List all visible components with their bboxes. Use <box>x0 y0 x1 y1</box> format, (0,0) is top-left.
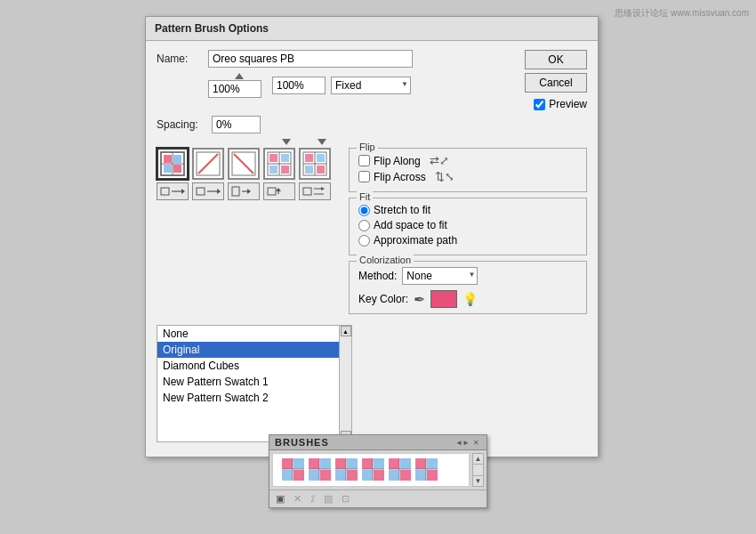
tile-icon-5[interactable] <box>299 148 331 180</box>
svg-rect-36 <box>232 187 239 196</box>
tile-sub-3[interactable] <box>228 182 260 200</box>
name-label: Name: <box>157 53 208 65</box>
svg-rect-80 <box>427 470 438 481</box>
arrow-down-1 <box>282 139 291 145</box>
svg-rect-61 <box>335 470 346 481</box>
list-item-none[interactable]: None <box>157 326 339 342</box>
tile-icon-1[interactable] <box>157 148 189 180</box>
svg-rect-30 <box>161 188 169 195</box>
list-item-swatch1[interactable]: New Pattern Swatch 1 <box>157 374 339 390</box>
spacing-input[interactable] <box>212 116 261 134</box>
svg-rect-77 <box>415 458 426 469</box>
add-space-label: Add space to fit <box>374 219 447 231</box>
name-input[interactable] <box>208 50 413 68</box>
tile-sub-1[interactable] <box>157 182 189 200</box>
flip-across-label: Flip Across <box>374 171 426 183</box>
svg-rect-33 <box>197 188 205 195</box>
list-item-swatch2[interactable]: New Pattern Swatch 2 <box>157 390 339 406</box>
brushes-scroll-down[interactable]: ▼ <box>473 475 483 486</box>
fit-approx-radio[interactable] <box>358 235 370 247</box>
method-row: Method: None Tints Tints and Shades Hue … <box>358 267 577 285</box>
brushes-close-btn[interactable]: ✕ <box>470 437 481 448</box>
svg-marker-41 <box>276 188 281 191</box>
svg-rect-66 <box>374 458 384 469</box>
eyedropper-icon[interactable]: ✒ <box>414 291 425 308</box>
list-scrollbar[interactable]: ▲ ▼ <box>339 326 351 441</box>
svg-rect-79 <box>415 470 426 481</box>
method-label: Method: <box>358 270 397 282</box>
fit-stretch-radio[interactable] <box>358 205 370 216</box>
flip-across-row: Flip Across ⇅⤡ <box>358 170 577 183</box>
brushes-scroll-up[interactable]: ▲ <box>473 454 483 465</box>
tile-sub-4[interactable] <box>263 182 295 200</box>
tile-icon-4[interactable] <box>263 148 295 180</box>
ok-button[interactable]: OK <box>525 50 587 69</box>
flip-group: Flip Flip Along ⇄⤢ Flip Across ⇅⤡ <box>349 148 587 192</box>
scale-input-2[interactable] <box>272 77 326 94</box>
fit-group: Fit Stretch to fit Add space to fit Appr… <box>349 198 587 255</box>
arrow-down-2 <box>318 139 326 145</box>
brushes-panel: BRUSHES ◄► ✕ <box>269 434 487 508</box>
cancel-button[interactable]: Cancel <box>525 73 587 93</box>
new-brush-from-selection-btn[interactable]: ▣ <box>273 492 287 506</box>
svg-marker-45 <box>321 187 325 190</box>
list-item-original[interactable]: Original <box>157 342 339 358</box>
svg-rect-47 <box>282 458 293 469</box>
scale-mode-dropdown[interactable]: Fixed Uniform <box>331 77 411 94</box>
scale-up-arrow <box>235 73 244 79</box>
remove-from-strokes-btn[interactable]: ⊡ <box>339 492 352 506</box>
svg-rect-73 <box>389 470 399 481</box>
svg-rect-1 <box>164 155 172 163</box>
svg-rect-60 <box>347 458 358 469</box>
svg-rect-2 <box>173 155 181 163</box>
flip-across-checkbox[interactable] <box>358 171 370 182</box>
preview-label: Preview <box>549 98 587 110</box>
svg-rect-71 <box>389 458 399 469</box>
brushes-preview-svg <box>277 455 464 485</box>
brushes-toolbar: ▣ ✕ ⁒ ▤ ⊡ <box>269 490 487 507</box>
tile-icon-3[interactable] <box>228 148 260 180</box>
svg-marker-32 <box>181 189 185 194</box>
svg-rect-74 <box>400 470 411 481</box>
delete-brush-btn[interactable]: ✕ <box>291 492 304 506</box>
scale-input-1[interactable] <box>208 80 261 98</box>
flip-across-icon: ⇅⤡ <box>435 170 454 183</box>
spacing-row: Spacing: <box>157 116 587 134</box>
flip-title: Flip <box>357 142 378 152</box>
svg-rect-68 <box>374 470 384 481</box>
brushes-title: BRUSHES <box>275 437 329 448</box>
preview-checkbox[interactable] <box>534 99 545 110</box>
lightbulb-icon: 💡 <box>462 292 478 306</box>
svg-rect-17 <box>269 166 277 174</box>
svg-rect-78 <box>427 458 438 469</box>
svg-rect-23 <box>305 154 313 162</box>
svg-rect-18 <box>281 166 289 174</box>
tile-sub-5[interactable] <box>299 182 331 200</box>
key-color-label: Key Color: <box>358 293 408 305</box>
dialog-body: Name: Fixed <box>146 41 598 457</box>
tile-icon-2[interactable] <box>192 148 224 180</box>
tile-sub-icons-row <box>157 182 331 200</box>
brushes-scrollbar[interactable]: ▲ ▼ <box>472 453 484 487</box>
method-dropdown[interactable]: None Tints Tints and Shades Hue Shift <box>402 267 478 285</box>
apply-to-strokes-btn[interactable]: ▤ <box>321 492 335 506</box>
spacing-label: Spacing: <box>157 118 208 131</box>
flip-along-checkbox[interactable] <box>358 155 370 166</box>
name-row: Name: <box>157 50 518 68</box>
svg-rect-59 <box>335 458 346 469</box>
brushes-controls: ◄► ✕ <box>457 437 481 448</box>
dialog-title: Pattern Brush Options <box>155 22 269 35</box>
tile-sub-2[interactable] <box>192 182 224 200</box>
svg-marker-38 <box>247 189 251 194</box>
key-color-swatch[interactable] <box>430 290 457 308</box>
list-item-diamond[interactable]: Diamond Cubes <box>157 358 339 374</box>
svg-rect-55 <box>309 470 319 481</box>
brush-options-btn[interactable]: ⁒ <box>308 492 318 506</box>
fit-space-radio[interactable] <box>358 220 370 231</box>
scroll-up-btn[interactable]: ▲ <box>341 326 351 336</box>
tile-icons-top-row <box>157 148 331 180</box>
svg-rect-15 <box>269 154 277 162</box>
brushes-double-arrow[interactable]: ◄► <box>457 437 468 448</box>
svg-rect-26 <box>317 166 325 174</box>
svg-rect-39 <box>268 188 276 195</box>
